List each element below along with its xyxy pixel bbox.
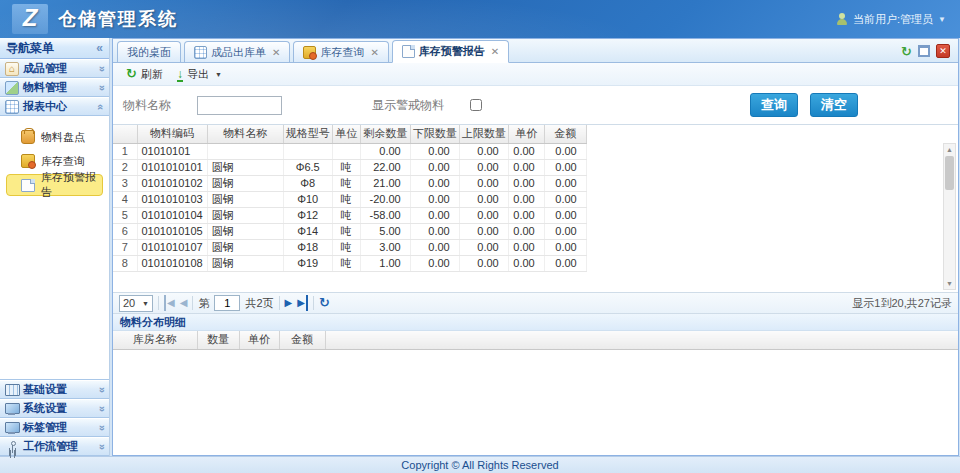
sidebar-item-stock-warning-report[interactable]: 库存预警报告 — [6, 174, 103, 196]
col-rownum[interactable] — [113, 125, 137, 143]
col-material-code[interactable]: 物料编码 — [137, 125, 207, 143]
col-upper-limit[interactable]: 上限数量 — [459, 125, 508, 143]
tab-finished-outbound[interactable]: 成品出库单 ✕ — [184, 41, 290, 62]
export-dropdown-icon[interactable]: ▼ — [215, 71, 222, 78]
col-lower-limit[interactable]: 下限数量 — [410, 125, 459, 143]
refresh-tabs-icon[interactable]: ↻ — [901, 45, 912, 58]
sidebar-panel-system-settings[interactable]: 系统设置 « — [0, 399, 109, 418]
last-page-button[interactable]: ▶ — [297, 295, 308, 311]
chevron-double-down-icon: « — [95, 405, 107, 411]
page-prefix-label: 第 — [198, 296, 209, 311]
table-cell — [283, 143, 332, 159]
page-size-select[interactable]: 20 ▼ — [119, 295, 153, 312]
table-cell: Φ12 — [283, 207, 332, 223]
col-amount[interactable]: 金额 — [279, 331, 325, 349]
sidebar-panel-label-management[interactable]: 标签管理 « — [0, 418, 109, 437]
page-size-value: 20 — [123, 297, 135, 309]
material-name-input[interactable] — [197, 96, 282, 115]
query-button[interactable]: 查询 — [750, 93, 798, 117]
table-row[interactable]: 60101010105圆钢Φ14吨5.000.000.000.000.00 — [113, 223, 586, 239]
current-user-menu[interactable]: 当前用户:管理员 ▼ — [836, 12, 946, 27]
table-row[interactable]: 20101010101圆钢Φ6.5吨22.000.000.000.000.00 — [113, 159, 586, 175]
divider — [158, 296, 159, 310]
col-remaining-qty[interactable]: 剩余数量 — [360, 125, 410, 143]
tab-stock-warning-report[interactable]: 库存预警报告 ✕ — [392, 40, 509, 63]
close-panel-icon[interactable]: ✕ — [936, 44, 950, 58]
sidebar-item-stock-query[interactable]: 库存查询 — [6, 150, 103, 172]
table-cell: 0.00 — [544, 239, 586, 255]
grid-icon — [194, 46, 207, 59]
refresh-button[interactable]: ↻ 刷新 — [121, 66, 168, 83]
warning-filter-checkbox[interactable] — [470, 99, 482, 111]
table-cell: Φ14 — [283, 223, 332, 239]
basket-icon — [21, 130, 35, 144]
table-cell: 吨 — [332, 175, 360, 191]
close-tab-icon[interactable]: ✕ — [491, 46, 499, 57]
export-label: 导出 — [187, 67, 209, 82]
table-cell: 0.00 — [544, 191, 586, 207]
vertical-scrollbar[interactable]: ▲ ▼ — [943, 143, 956, 290]
clear-button[interactable]: 清空 — [810, 93, 858, 117]
tab-label: 库存预警报告 — [419, 44, 485, 59]
scroll-down-icon[interactable]: ▼ — [944, 278, 955, 289]
table-cell: 0.00 — [459, 239, 508, 255]
row-number-cell: 8 — [113, 255, 137, 271]
main-panel: 我的桌面 成品出库单 ✕ 库存查询 ✕ 库存预警报告 ✕ — [112, 38, 959, 456]
maximize-icon[interactable] — [918, 45, 930, 57]
table-cell: 0.00 — [544, 223, 586, 239]
app-header: Z 仓储管理系统 当前用户:管理员 ▼ — [0, 0, 960, 38]
detail-section-header: 物料分布明细 — [113, 314, 958, 331]
sidebar-panel-label: 系统设置 — [23, 401, 67, 416]
sidebar-item-material-count[interactable]: 物料盘点 — [6, 126, 103, 148]
col-unit-price[interactable]: 单价 — [239, 331, 279, 349]
chevron-double-down-icon: « — [95, 424, 107, 430]
table-cell: 0.00 — [410, 207, 459, 223]
reload-grid-icon[interactable]: ↻ — [319, 296, 330, 310]
scroll-up-icon[interactable]: ▲ — [944, 144, 955, 155]
table-cell: 0.00 — [410, 143, 459, 159]
record-count-label: 显示1到20,共27记录 — [852, 296, 952, 311]
table-cell: 0.00 — [459, 223, 508, 239]
table-cell: 0.00 — [508, 223, 544, 239]
table-row[interactable]: 50101010104圆钢Φ12吨-58.000.000.000.000.00 — [113, 207, 586, 223]
sidebar-panel-materials[interactable]: 物料管理 « — [0, 78, 109, 97]
scrollbar-thumb[interactable] — [945, 156, 954, 190]
table-cell: 0.00 — [508, 191, 544, 207]
sidebar-item-label: 库存查询 — [41, 154, 85, 169]
app-logo: Z — [12, 4, 48, 34]
col-unit-price[interactable]: 单价 — [508, 125, 544, 143]
col-spec-model[interactable]: 规格型号 — [283, 125, 332, 143]
col-warehouse-name[interactable]: 库房名称 — [113, 331, 197, 349]
sidebar-panel-workflow[interactable]: 工作流管理 « — [0, 437, 109, 456]
col-amount[interactable]: 金额 — [544, 125, 586, 143]
next-page-button[interactable]: ▶ — [285, 295, 293, 311]
sidebar-collapse-icon[interactable]: « — [96, 41, 103, 55]
close-tab-icon[interactable]: ✕ — [272, 47, 280, 58]
table-cell: 0.00 — [459, 207, 508, 223]
col-material-name[interactable]: 物料名称 — [207, 125, 283, 143]
table-row[interactable]: 30101010102圆钢Φ8吨21.000.000.000.000.00 — [113, 175, 586, 191]
page-number-input[interactable] — [214, 295, 240, 311]
first-page-button[interactable]: ◀ — [164, 295, 175, 311]
col-quantity[interactable]: 数量 — [197, 331, 239, 349]
col-unit[interactable]: 单位 — [332, 125, 360, 143]
table-cell: Φ8 — [283, 175, 332, 191]
material-distribution-table: 库房名称 数量 单价 金额 — [113, 331, 958, 350]
close-tab-icon[interactable]: ✕ — [370, 47, 378, 58]
export-button[interactable]: ↓ 导出 ▼ — [172, 66, 227, 83]
filter-form: 物料名称 显示警戒物料 查询 清空 — [113, 86, 958, 124]
table-cell: 0.00 — [410, 159, 459, 175]
divider — [192, 296, 193, 310]
sidebar-panel-reports[interactable]: 报表中心 « — [0, 97, 109, 116]
table-cell: 21.00 — [360, 175, 410, 191]
table-cell: 0.00 — [508, 175, 544, 191]
table-row[interactable]: 40101010103圆钢Φ10吨-20.000.000.000.000.00 — [113, 191, 586, 207]
tab-stock-query[interactable]: 库存查询 ✕ — [293, 41, 388, 62]
tab-my-desktop[interactable]: 我的桌面 — [117, 41, 181, 62]
sidebar-panel-basic-settings[interactable]: 基础设置 « — [0, 380, 109, 399]
table-row[interactable]: 1010101010.000.000.000.000.00 — [113, 143, 586, 159]
sidebar-panel-finished-goods[interactable]: ⌂ 成品管理 « — [0, 59, 109, 78]
table-row[interactable]: 80101010108圆钢Φ19吨1.000.000.000.000.00 — [113, 255, 586, 271]
prev-page-button[interactable]: ◀ — [180, 295, 188, 311]
table-row[interactable]: 70101010107圆钢Φ18吨3.000.000.000.000.00 — [113, 239, 586, 255]
